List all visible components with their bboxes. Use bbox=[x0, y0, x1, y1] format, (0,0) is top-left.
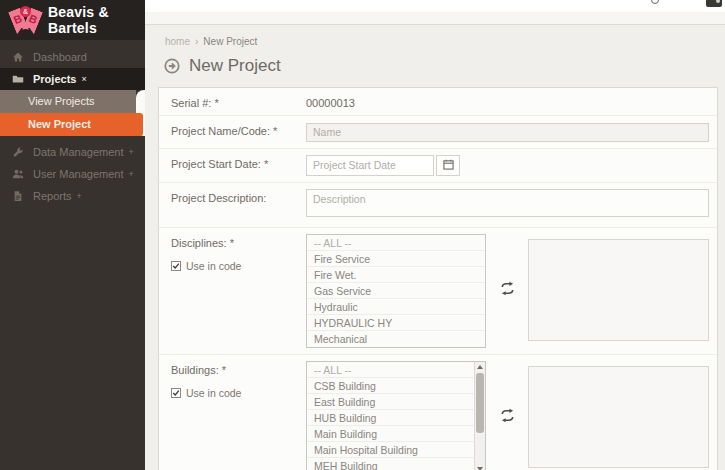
description-row: Project Description: bbox=[159, 183, 717, 228]
scroll-down-icon[interactable] bbox=[477, 467, 483, 470]
bb-logo-icon: B B & bbox=[9, 5, 43, 35]
circle-arrow-icon bbox=[164, 58, 180, 74]
breadcrumb: home›New Project bbox=[145, 25, 725, 47]
list-option[interactable]: Gas Service bbox=[307, 283, 485, 299]
list-option[interactable]: Main Hospital Building bbox=[307, 442, 485, 458]
buildings-selected-box[interactable] bbox=[528, 366, 709, 468]
sidebar-item-data-management[interactable]: Data Management + bbox=[0, 141, 145, 163]
sidebar-item-label: Dashboard bbox=[33, 51, 87, 63]
users-icon bbox=[12, 168, 24, 180]
document-icon bbox=[12, 190, 24, 202]
wrench-icon bbox=[12, 146, 24, 158]
buildings-use-in-code[interactable]: Use in code bbox=[171, 387, 306, 399]
serial-label: Serial #: * bbox=[171, 94, 306, 109]
description-textarea[interactable] bbox=[306, 189, 709, 217]
list-option[interactable]: Mechanical bbox=[307, 331, 485, 347]
list-scrollbar[interactable] bbox=[474, 362, 485, 470]
scrollbar-thumb[interactable] bbox=[476, 373, 484, 433]
sidebar-item-new-project[interactable]: New Project bbox=[0, 113, 143, 136]
main-content: home›New Project New Project Serial #: *… bbox=[145, 0, 725, 470]
brand-name: Beavis & Bartels bbox=[48, 4, 145, 36]
sidebar-item-view-projects[interactable]: View Projects bbox=[0, 90, 136, 113]
start-date-input[interactable] bbox=[306, 155, 434, 176]
brand-header[interactable]: B B & Beavis & Bartels bbox=[0, 0, 145, 40]
list-option[interactable]: MEH Building bbox=[307, 458, 485, 470]
buildings-transfer-button[interactable] bbox=[486, 361, 528, 470]
logo-ampersand: & bbox=[20, 6, 31, 17]
project-name-input[interactable] bbox=[306, 123, 709, 142]
description-label: Project Description: bbox=[171, 189, 306, 221]
projects-submenu: View Projects New Project bbox=[0, 90, 145, 136]
gear-icon[interactable] bbox=[651, 0, 659, 4]
list-option[interactable]: East Building bbox=[307, 394, 485, 410]
calendar-button[interactable] bbox=[436, 155, 460, 176]
list-option[interactable]: -- ALL -- bbox=[307, 362, 485, 378]
sidebar-item-label: User Management bbox=[33, 168, 124, 180]
sidebar-item-label: Data Management bbox=[33, 146, 124, 158]
sidebar-menu: Dashboard Projects × View Projects New P… bbox=[0, 40, 145, 207]
serial-value: 00000013 bbox=[306, 94, 709, 109]
disciplines-label: Disciplines: * bbox=[171, 237, 306, 249]
list-option[interactable]: HUB Building bbox=[307, 410, 485, 426]
list-option[interactable]: Main Building bbox=[307, 426, 485, 442]
swap-arrows-icon bbox=[500, 281, 515, 300]
list-option[interactable]: CSB Building bbox=[307, 378, 485, 394]
scroll-up-icon[interactable] bbox=[477, 365, 483, 369]
expand-indicator: + bbox=[77, 191, 82, 201]
sidebar-item-user-management[interactable]: User Management + bbox=[0, 163, 145, 185]
list-option[interactable]: Fire Wet. bbox=[307, 267, 485, 283]
collapse-indicator: × bbox=[81, 74, 86, 84]
sidebar: B B & Beavis & Bartels Dashboard Project… bbox=[0, 0, 145, 470]
checkbox-checked-icon[interactable] bbox=[171, 388, 181, 398]
project-name-row: Project Name/Code: * bbox=[159, 116, 717, 149]
serial-row: Serial #: * 00000013 bbox=[159, 88, 717, 116]
disciplines-transfer-button[interactable] bbox=[486, 234, 528, 348]
sidebar-item-dashboard[interactable]: Dashboard bbox=[0, 46, 145, 68]
list-option[interactable]: Hydraulic bbox=[307, 299, 485, 315]
home-icon bbox=[12, 51, 24, 63]
page-title-text: New Project bbox=[189, 56, 281, 76]
expand-indicator: + bbox=[129, 147, 134, 157]
start-date-label: Project Start Date: * bbox=[171, 155, 306, 176]
buildings-label: Buildings: * bbox=[171, 364, 306, 376]
sidebar-item-label: Reports bbox=[33, 190, 72, 202]
camera-icon[interactable] bbox=[706, 0, 722, 7]
checkbox-label: Use in code bbox=[186, 387, 241, 399]
buildings-row: Buildings: * Use in code bbox=[159, 355, 717, 470]
calendar-icon bbox=[443, 158, 454, 173]
buildings-available-list: -- ALL --CSB BuildingEast BuildingHUB Bu… bbox=[306, 361, 486, 470]
list-option[interactable]: Fire Service bbox=[307, 251, 485, 267]
disciplines-row: Disciplines: * Use in code -- ALL --Fire… bbox=[159, 228, 717, 355]
list-option[interactable]: -- ALL -- bbox=[307, 235, 485, 251]
sidebar-item-projects[interactable]: Projects × bbox=[0, 68, 145, 90]
topbar bbox=[145, 0, 725, 25]
swap-arrows-icon bbox=[500, 408, 515, 427]
breadcrumb-current: New Project bbox=[203, 36, 257, 47]
disciplines-use-in-code[interactable]: Use in code bbox=[171, 260, 306, 272]
new-project-form: Serial #: * 00000013 Project Name/Code: … bbox=[158, 87, 718, 470]
disciplines-available-list: -- ALL --Fire ServiceFire Wet.Gas Servic… bbox=[306, 234, 486, 348]
breadcrumb-separator: › bbox=[195, 36, 198, 47]
checkbox-checked-icon[interactable] bbox=[171, 261, 181, 271]
page-title: New Project bbox=[145, 47, 725, 76]
checkbox-label: Use in code bbox=[186, 260, 241, 272]
project-name-label: Project Name/Code: * bbox=[171, 122, 306, 142]
breadcrumb-home-link[interactable]: home bbox=[165, 36, 190, 47]
sidebar-item-reports[interactable]: Reports + bbox=[0, 185, 145, 207]
disciplines-selected-box[interactable] bbox=[528, 239, 709, 341]
expand-indicator: + bbox=[129, 169, 134, 179]
sidebar-item-label: Projects bbox=[33, 73, 76, 85]
start-date-row: Project Start Date: * bbox=[159, 149, 717, 183]
list-option[interactable]: HYDRAULIC HY bbox=[307, 315, 485, 331]
folder-icon bbox=[12, 73, 24, 85]
